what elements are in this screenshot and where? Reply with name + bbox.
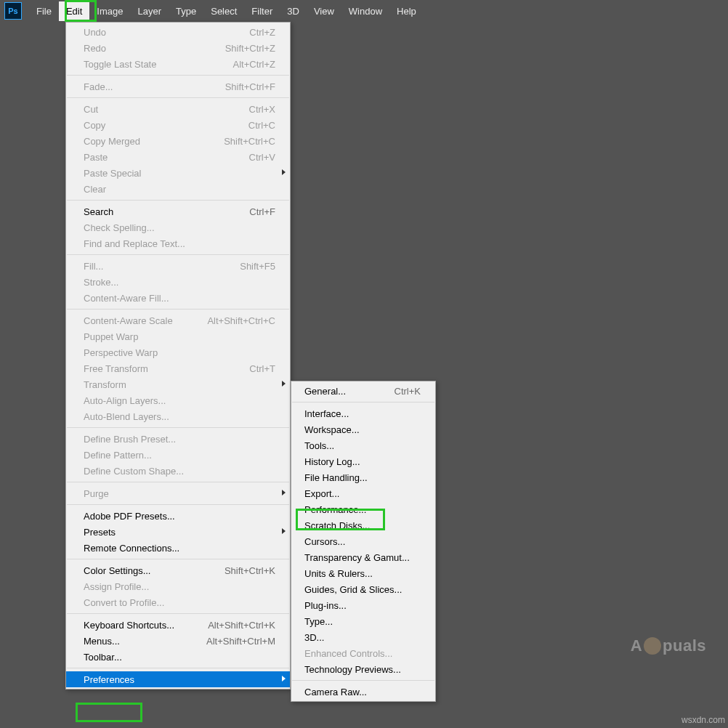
- menubar-item-layer[interactable]: Layer: [131, 1, 169, 21]
- prefs-menu-item-file-handling[interactable]: File Handling...: [291, 469, 435, 485]
- menu-item-label: Fade...: [84, 81, 225, 92]
- menu-item-label: Define Custom Shape...: [84, 466, 284, 477]
- edit-menu-item-clear: Clear: [66, 181, 290, 197]
- app-logo: Ps: [4, 2, 22, 20]
- prefs-menu-item-technology-previews[interactable]: Technology Previews...: [291, 661, 435, 677]
- prefs-menu-item-camera-raw[interactable]: Camera Raw...: [291, 684, 435, 700]
- prefs-menu-item-tools[interactable]: Tools...: [291, 437, 435, 453]
- edit-menu-item-undo: UndoCtrl+Z: [66, 24, 290, 40]
- menu-item-label: Tools...: [304, 440, 429, 451]
- edit-menu-item-purge: Purge: [66, 485, 290, 501]
- edit-menu-item-remote-connections[interactable]: Remote Connections...: [66, 540, 290, 556]
- prefs-menu-item-enhanced-controls: Enhanced Controls...: [291, 645, 435, 661]
- edit-menu-item-define-custom-shape: Define Custom Shape...: [66, 463, 290, 479]
- edit-menu-item-adobe-pdf-presets[interactable]: Adobe PDF Presets...: [66, 508, 290, 524]
- prefs-menu-item-plug-ins[interactable]: Plug-ins...: [291, 597, 435, 613]
- edit-menu-item-assign-profile: Assign Profile...: [66, 578, 290, 594]
- edit-menu-item-free-transform: Free TransformCtrl+T: [66, 360, 290, 376]
- menubar-item-file[interactable]: File: [29, 1, 59, 21]
- edit-menu-separator: [67, 309, 289, 310]
- prefs-menu-item-cursors[interactable]: Cursors...: [291, 533, 435, 549]
- menu-item-shortcut: Shift+F5: [240, 261, 284, 272]
- edit-menu-item-copy-merged: Copy MergedShift+Ctrl+C: [66, 133, 290, 149]
- menu-item-label: Perspective Warp: [84, 347, 284, 358]
- edit-menu-separator: [67, 427, 289, 428]
- prefs-menu-item-general[interactable]: General...Ctrl+K: [291, 383, 435, 399]
- edit-menu-item-redo: RedoShift+Ctrl+Z: [66, 40, 290, 56]
- prefs-menu-item-3d[interactable]: 3D...: [291, 629, 435, 645]
- menu-item-label: Find and Replace Text...: [84, 238, 284, 249]
- menu-item-label: Copy: [84, 120, 248, 131]
- menu-item-label: Units & Rulers...: [304, 568, 429, 579]
- edit-menu-item-puppet-warp: Puppet Warp: [66, 328, 290, 344]
- prefs-menu-item-type[interactable]: Type...: [291, 613, 435, 629]
- menubar-item-3d[interactable]: 3D: [280, 1, 307, 21]
- watermark-prefix: A: [631, 636, 642, 655]
- edit-menu-item-cut: CutCtrl+X: [66, 101, 290, 117]
- menu-item-shortcut: Ctrl+T: [249, 363, 284, 374]
- menu-item-label: Presets: [84, 527, 284, 538]
- submenu-arrow-icon: [282, 676, 286, 682]
- menu-item-label: Workspace...: [304, 424, 429, 435]
- prefs-menu-item-export[interactable]: Export...: [291, 485, 435, 501]
- submenu-arrow-icon: [282, 381, 286, 387]
- edit-menu-item-fade: Fade...Shift+Ctrl+F: [66, 78, 290, 94]
- menu-item-shortcut: Shift+Ctrl+Z: [225, 43, 284, 54]
- menubar-item-view[interactable]: View: [307, 1, 341, 21]
- prefs-menu-item-units-rulers[interactable]: Units & Rulers...: [291, 565, 435, 581]
- edit-menu-item-toggle-last-state: Toggle Last StateAlt+Ctrl+Z: [66, 56, 290, 72]
- edit-menu-item-paste: PasteCtrl+V: [66, 149, 290, 165]
- menu-item-label: Puppet Warp: [84, 331, 284, 342]
- edit-menu-item-search[interactable]: SearchCtrl+F: [66, 203, 290, 219]
- menubar-item-help[interactable]: Help: [389, 1, 424, 21]
- edit-menu-item-toolbar[interactable]: Toolbar...: [66, 649, 290, 665]
- menubar-item-window[interactable]: Window: [341, 1, 389, 21]
- watermark-avatar-icon: [644, 637, 661, 655]
- menu-item-label: Redo: [84, 43, 225, 54]
- menu-item-label: Plug-ins...: [304, 600, 429, 611]
- menubar-item-filter[interactable]: Filter: [244, 1, 280, 21]
- menu-item-label: General...: [304, 386, 395, 397]
- highlight-edit: [65, 0, 97, 22]
- menubar-item-select[interactable]: Select: [203, 1, 244, 21]
- edit-menu-item-color-settings[interactable]: Color Settings...Shift+Ctrl+K: [66, 562, 290, 578]
- edit-menu-item-define-brush-preset: Define Brush Preset...: [66, 431, 290, 447]
- menu-item-shortcut: Alt+Shift+Ctrl+C: [207, 315, 284, 326]
- edit-menu-separator: [67, 254, 289, 255]
- menu-item-label: Toolbar...: [84, 652, 284, 663]
- edit-menu-item-check-spelling: Check Spelling...: [66, 219, 290, 235]
- menu-item-shortcut: Alt+Shift+Ctrl+K: [208, 620, 284, 631]
- menu-item-shortcut: Shift+Ctrl+F: [225, 81, 284, 92]
- menu-item-label: Auto-Blend Layers...: [84, 411, 284, 422]
- menu-item-label: Define Pattern...: [84, 450, 284, 461]
- menu-item-shortcut: Ctrl+K: [395, 386, 429, 397]
- menu-item-label: Check Spelling...: [84, 222, 284, 233]
- edit-menu-item-keyboard-shortcuts[interactable]: Keyboard Shortcuts...Alt+Shift+Ctrl+K: [66, 617, 290, 633]
- prefs-menu-item-transparency-gamut[interactable]: Transparency & Gamut...: [291, 549, 435, 565]
- prefs-menu-separator: [292, 402, 434, 403]
- menu-item-label: Paste: [84, 152, 249, 163]
- menubar-item-type[interactable]: Type: [169, 1, 203, 21]
- edit-menu-item-preferences[interactable]: Preferences: [66, 671, 290, 687]
- edit-menu: UndoCtrl+ZRedoShift+Ctrl+ZToggle Last St…: [65, 22, 291, 689]
- edit-menu-item-transform: Transform: [66, 376, 290, 392]
- menu-item-label: Preferences: [84, 674, 284, 685]
- edit-menu-item-fill: Fill...Shift+F5: [66, 258, 290, 274]
- watermark: A puals: [631, 636, 706, 655]
- menu-item-label: Guides, Grid & Slices...: [304, 584, 429, 595]
- menu-item-label: Undo: [84, 27, 249, 38]
- preferences-submenu: General...Ctrl+KInterface...Workspace...…: [291, 381, 436, 702]
- menu-item-label: History Log...: [304, 456, 429, 467]
- menu-item-label: Search: [84, 206, 249, 217]
- prefs-menu-item-interface[interactable]: Interface...: [291, 405, 435, 421]
- prefs-menu-item-history-log[interactable]: History Log...: [291, 453, 435, 469]
- menu-item-label: Purge: [84, 488, 284, 499]
- menu-item-label: Paste Special: [84, 168, 284, 179]
- prefs-menu-item-workspace[interactable]: Workspace...: [291, 421, 435, 437]
- menu-item-label: Convert to Profile...: [84, 597, 284, 608]
- edit-menu-item-menus[interactable]: Menus...Alt+Shift+Ctrl+M: [66, 633, 290, 649]
- edit-menu-item-presets[interactable]: Presets: [66, 524, 290, 540]
- edit-menu-separator: [67, 504, 289, 505]
- watermark-suffix: puals: [663, 636, 706, 655]
- prefs-menu-item-guides-grid-slices[interactable]: Guides, Grid & Slices...: [291, 581, 435, 597]
